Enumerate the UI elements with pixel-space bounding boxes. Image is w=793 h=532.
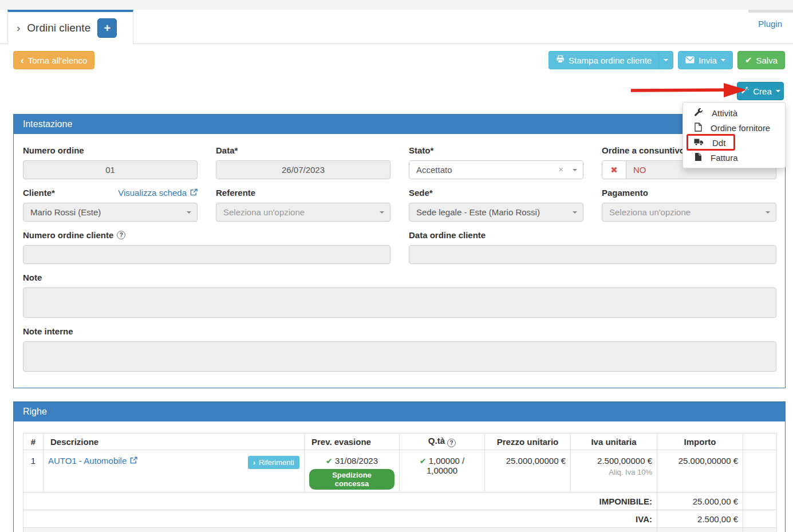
menu-item-label: Ddt [712, 138, 725, 148]
articolo-label: AUTO1 - Automobile [48, 456, 127, 466]
help-icon[interactable]: ? [117, 231, 125, 239]
numero-ordine-input[interactable]: 01 [23, 160, 198, 179]
pagamento-select[interactable]: Seleziona un'opzione [602, 203, 776, 222]
cross-icon: ✖ [602, 160, 626, 179]
numero-ordine-cliente-input[interactable] [23, 245, 390, 264]
data-input[interactable]: 26/07/2023 [216, 160, 390, 179]
iva-total-value: 2.500,00 € [657, 510, 743, 528]
col-iva-unitaria: Iva unitaria [571, 434, 657, 450]
row-descrizione-cell: AUTO1 - Automobile › Riferimenti [44, 450, 305, 492]
sede-label: Sede* [409, 188, 583, 198]
imponibile-value: 25.000,00 € [657, 492, 743, 510]
imponibile-label: IMPONIBILE: [23, 492, 657, 510]
back-button[interactable]: ‹ Torna all'elenco [13, 51, 94, 69]
create-dropdown-menu: Attività Ordine fornitore Ddt Fattura [682, 102, 786, 168]
riferimenti-button[interactable]: › Riferimenti [248, 456, 299, 469]
caret-down-icon [776, 90, 780, 92]
data-ordine-cliente-label: Data ordine cliente [409, 230, 776, 240]
qta-value: 1,00000 / 1,00000 [427, 456, 464, 475]
righe-title: Righe [23, 407, 47, 417]
numero-ordine-cliente-label: Numero ordine cliente [23, 230, 113, 240]
external-link-icon [190, 188, 198, 198]
articolo-link[interactable]: AUTO1 - Automobile [48, 456, 137, 466]
help-icon[interactable]: ? [447, 439, 456, 447]
data-label: Data* [216, 145, 390, 155]
numero-ordine-value: 01 [105, 165, 115, 175]
create-button-label: Crea [753, 86, 772, 96]
check-icon: ✔ [745, 55, 752, 65]
caret-down-icon [573, 169, 577, 171]
send-button[interactable]: Invia [678, 51, 733, 69]
top-strip [0, 0, 793, 10]
visualizza-scheda-link[interactable]: Visualizza scheda [118, 188, 198, 198]
referente-select[interactable]: Seleziona un'opzione [216, 203, 390, 222]
caret-down-icon [380, 211, 384, 214]
numero-ordine-label: Numero ordine [23, 145, 198, 155]
menu-item-attivita[interactable]: Attività [683, 105, 785, 120]
toolbar-right: Stampa ordine cliente Invia ✔ Salva [549, 51, 785, 69]
spedizione-badge: Spedizione concessa [309, 469, 394, 490]
data-ordine-cliente-input[interactable] [409, 245, 776, 264]
righe-panel-header: Righe [14, 402, 785, 421]
create-button[interactable]: Crea [737, 82, 784, 100]
note-textarea[interactable] [23, 287, 776, 318]
data-value: 26/07/2023 [282, 165, 325, 175]
cliente-value: Mario Rossi (Este) [30, 207, 101, 217]
menu-item-fattura[interactable]: Fattura [683, 150, 785, 165]
check-icon: ✔ [420, 456, 427, 466]
stato-value: Accettato [416, 165, 452, 175]
prev-evasione-value: 31/08/2023 [335, 456, 378, 466]
col-actions [743, 434, 777, 450]
note-interne-label: Note interne [23, 326, 776, 336]
caret-down-icon [664, 59, 668, 61]
iva-value: 2.500,00000 € [575, 456, 652, 466]
save-button-label: Salva [756, 56, 778, 65]
col-num: # [23, 434, 44, 450]
cliente-select[interactable]: Mario Rossi (Este) [23, 203, 198, 222]
col-descrizione: Descrizione [44, 434, 305, 450]
caret-down-icon [721, 59, 725, 61]
sede-select[interactable]: Sede legale - Este (Mario Rossi) [409, 203, 583, 222]
col-prev-evasione: Prev. evasione [305, 434, 400, 450]
save-button[interactable]: ✔ Salva [737, 51, 785, 69]
pagamento-label: Pagamento [602, 188, 776, 198]
external-link-icon [130, 456, 137, 466]
magic-wand-icon [740, 86, 749, 96]
tab-ordini-cliente[interactable]: › Ordini cliente + [7, 10, 133, 44]
row-prev-evasione-cell: ✔ 31/08/2023 Spedizione concessa [305, 450, 400, 492]
note-interne-textarea[interactable] [23, 341, 776, 372]
table-row: 1 AUTO1 - Automobile › Riferimenti [23, 450, 777, 492]
pointer-arrow [628, 82, 748, 99]
righe-table: # Descrizione Prev. evasione Q.tà ? Prez… [23, 433, 777, 532]
col-importo: Importo [657, 434, 743, 450]
plus-icon: + [104, 22, 111, 35]
col-prezzo-unitario: Prezzo unitario [485, 434, 571, 450]
menu-item-ddt[interactable]: Ddt [683, 135, 785, 150]
print-button-label: Stampa ordine cliente [569, 56, 652, 65]
visualizza-scheda-label: Visualizza scheda [118, 188, 187, 198]
menu-item-label: Ordine fornitore [711, 123, 770, 133]
totale-row-partial [23, 528, 777, 532]
row-actions-cell [743, 450, 777, 492]
send-button-label: Invia [699, 56, 717, 65]
file-outline-icon [694, 123, 702, 133]
print-options-button[interactable] [658, 51, 673, 69]
wrench-icon [694, 108, 703, 119]
add-tab-button[interactable]: + [97, 18, 117, 38]
envelope-icon [685, 56, 695, 65]
file-solid-icon [694, 152, 702, 163]
caret-down-icon [766, 211, 770, 214]
plugin-link[interactable]: Plugin [758, 19, 782, 29]
print-button[interactable]: Stampa ordine cliente [549, 51, 658, 69]
toolbar: ‹ Torna all'elenco Stampa ordine cliente… [13, 51, 785, 69]
clear-icon[interactable]: × [558, 164, 563, 174]
print-button-group: Stampa ordine cliente [549, 51, 673, 69]
chevron-left-icon: ‹ [21, 56, 24, 65]
note-label: Note [23, 273, 776, 282]
sede-value: Sede legale - Este (Mario Rossi) [416, 207, 540, 217]
tab-chevron-icon: › [17, 22, 20, 34]
intestazione-panel-header: Intestazione [14, 115, 785, 134]
righe-panel: Righe # Descrizione Prev. evasione Q.tà … [13, 401, 786, 532]
menu-item-ordine-fornitore[interactable]: Ordine fornitore [683, 120, 785, 135]
stato-select[interactable]: Accettato × [409, 160, 583, 179]
